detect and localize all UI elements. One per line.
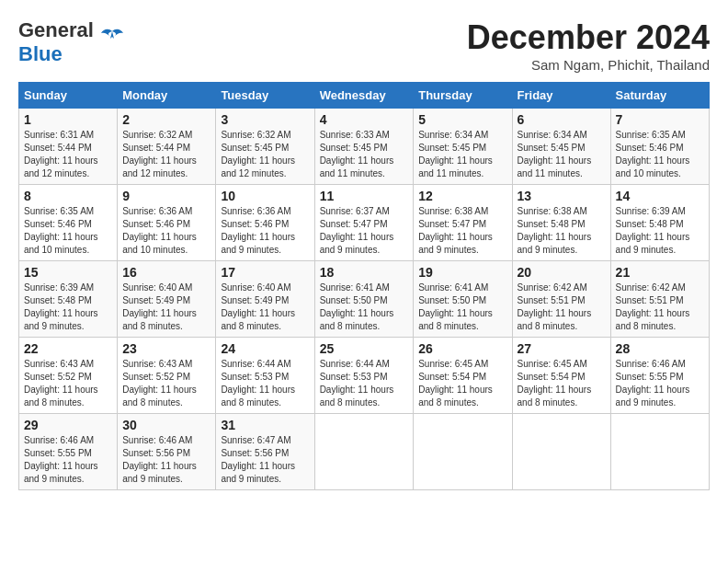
calendar-cell: 14Sunrise: 6:39 AM Sunset: 5:48 PM Dayli… bbox=[610, 185, 709, 261]
calendar-cell: 18Sunrise: 6:41 AM Sunset: 5:50 PM Dayli… bbox=[314, 261, 414, 338]
calendar-cell: 31Sunrise: 6:47 AM Sunset: 5:56 PM Dayli… bbox=[216, 414, 314, 490]
day-number: 11 bbox=[320, 189, 409, 203]
calendar-cell: 25Sunrise: 6:44 AM Sunset: 5:53 PM Dayli… bbox=[314, 338, 414, 414]
days-of-week-header: SundayMondayTuesdayWednesdayThursdayFrid… bbox=[19, 83, 710, 109]
calendar-cell: 19Sunrise: 6:41 AM Sunset: 5:50 PM Dayli… bbox=[414, 261, 512, 338]
day-number: 3 bbox=[221, 112, 309, 127]
day-number: 23 bbox=[122, 341, 210, 356]
calendar-cell: 12Sunrise: 6:38 AM Sunset: 5:47 PM Dayli… bbox=[414, 185, 512, 261]
month-title: December 2024 bbox=[467, 18, 710, 57]
day-info: Sunrise: 6:37 AM Sunset: 5:47 PM Dayligh… bbox=[320, 205, 409, 257]
calendar-table: SundayMondayTuesdayWednesdayThursdayFrid… bbox=[18, 82, 710, 490]
calendar-cell: 27Sunrise: 6:45 AM Sunset: 5:54 PM Dayli… bbox=[512, 338, 610, 414]
day-number: 1 bbox=[24, 112, 112, 127]
day-info: Sunrise: 6:44 AM Sunset: 5:53 PM Dayligh… bbox=[320, 358, 409, 409]
day-info: Sunrise: 6:46 AM Sunset: 5:56 PM Dayligh… bbox=[122, 434, 210, 486]
day-info: Sunrise: 6:42 AM Sunset: 5:51 PM Dayligh… bbox=[518, 282, 606, 333]
day-number: 4 bbox=[320, 112, 409, 127]
day-number: 13 bbox=[518, 189, 606, 203]
calendar-cell: 16Sunrise: 6:40 AM Sunset: 5:49 PM Dayli… bbox=[118, 261, 216, 338]
day-number: 2 bbox=[122, 112, 210, 127]
day-info: Sunrise: 6:32 AM Sunset: 5:44 PM Dayligh… bbox=[122, 129, 210, 180]
calendar-cell: 3Sunrise: 6:32 AM Sunset: 5:45 PM Daylig… bbox=[216, 109, 314, 185]
day-info: Sunrise: 6:40 AM Sunset: 5:49 PM Dayligh… bbox=[122, 282, 210, 333]
day-number: 9 bbox=[122, 189, 210, 203]
calendar-cell: 6Sunrise: 6:34 AM Sunset: 5:45 PM Daylig… bbox=[512, 109, 610, 185]
day-number: 29 bbox=[24, 418, 112, 432]
day-info: Sunrise: 6:44 AM Sunset: 5:53 PM Dayligh… bbox=[221, 358, 309, 409]
calendar-body: 1Sunrise: 6:31 AM Sunset: 5:44 PM Daylig… bbox=[19, 109, 710, 490]
day-number: 12 bbox=[418, 189, 506, 203]
day-info: Sunrise: 6:42 AM Sunset: 5:51 PM Dayligh… bbox=[616, 282, 704, 333]
calendar-week-4: 22Sunrise: 6:43 AM Sunset: 5:52 PM Dayli… bbox=[19, 338, 710, 414]
day-info: Sunrise: 6:33 AM Sunset: 5:45 PM Dayligh… bbox=[320, 129, 409, 180]
logo: General Blue bbox=[18, 18, 125, 66]
title-section: December 2024 Sam Ngam, Phichit, Thailan… bbox=[467, 18, 710, 73]
day-number: 28 bbox=[616, 341, 704, 356]
calendar-cell: 7Sunrise: 6:35 AM Sunset: 5:46 PM Daylig… bbox=[610, 109, 709, 185]
calendar-cell: 10Sunrise: 6:36 AM Sunset: 5:46 PM Dayli… bbox=[216, 185, 314, 261]
calendar-cell: 22Sunrise: 6:43 AM Sunset: 5:52 PM Dayli… bbox=[19, 338, 118, 414]
day-info: Sunrise: 6:45 AM Sunset: 5:54 PM Dayligh… bbox=[418, 358, 506, 409]
calendar-cell: 28Sunrise: 6:46 AM Sunset: 5:55 PM Dayli… bbox=[610, 338, 709, 414]
calendar-cell: 23Sunrise: 6:43 AM Sunset: 5:52 PM Dayli… bbox=[118, 338, 216, 414]
calendar-cell: 13Sunrise: 6:38 AM Sunset: 5:48 PM Dayli… bbox=[512, 185, 610, 261]
day-info: Sunrise: 6:43 AM Sunset: 5:52 PM Dayligh… bbox=[122, 358, 210, 409]
day-info: Sunrise: 6:36 AM Sunset: 5:46 PM Dayligh… bbox=[221, 205, 309, 257]
calendar-cell bbox=[512, 414, 610, 490]
calendar-cell: 26Sunrise: 6:45 AM Sunset: 5:54 PM Dayli… bbox=[414, 338, 512, 414]
day-header-wednesday: Wednesday bbox=[314, 83, 414, 109]
day-info: Sunrise: 6:46 AM Sunset: 5:55 PM Dayligh… bbox=[24, 434, 112, 486]
day-number: 24 bbox=[221, 341, 309, 356]
day-number: 8 bbox=[24, 189, 112, 203]
calendar-cell: 17Sunrise: 6:40 AM Sunset: 5:49 PM Dayli… bbox=[216, 261, 314, 338]
day-header-sunday: Sunday bbox=[19, 83, 118, 109]
day-header-saturday: Saturday bbox=[610, 83, 709, 109]
day-info: Sunrise: 6:31 AM Sunset: 5:44 PM Dayligh… bbox=[24, 129, 112, 180]
calendar-cell bbox=[610, 414, 709, 490]
calendar-cell: 24Sunrise: 6:44 AM Sunset: 5:53 PM Dayli… bbox=[216, 338, 314, 414]
day-info: Sunrise: 6:39 AM Sunset: 5:48 PM Dayligh… bbox=[616, 205, 704, 257]
day-header-monday: Monday bbox=[118, 83, 216, 109]
calendar-week-5: 29Sunrise: 6:46 AM Sunset: 5:55 PM Dayli… bbox=[19, 414, 710, 490]
day-number: 22 bbox=[24, 341, 112, 356]
day-number: 15 bbox=[24, 265, 112, 280]
day-number: 7 bbox=[616, 112, 704, 127]
day-info: Sunrise: 6:43 AM Sunset: 5:52 PM Dayligh… bbox=[24, 358, 112, 409]
calendar-cell: 15Sunrise: 6:39 AM Sunset: 5:48 PM Dayli… bbox=[19, 261, 118, 338]
day-header-tuesday: Tuesday bbox=[216, 83, 314, 109]
logo-text: General Blue bbox=[18, 18, 94, 66]
calendar-cell: 5Sunrise: 6:34 AM Sunset: 5:45 PM Daylig… bbox=[414, 109, 512, 185]
day-number: 16 bbox=[122, 265, 210, 280]
day-info: Sunrise: 6:32 AM Sunset: 5:45 PM Dayligh… bbox=[221, 129, 309, 180]
calendar-week-1: 1Sunrise: 6:31 AM Sunset: 5:44 PM Daylig… bbox=[19, 109, 710, 185]
day-number: 6 bbox=[518, 112, 606, 127]
day-info: Sunrise: 6:41 AM Sunset: 5:50 PM Dayligh… bbox=[418, 282, 506, 333]
day-number: 18 bbox=[320, 265, 409, 280]
day-info: Sunrise: 6:38 AM Sunset: 5:48 PM Dayligh… bbox=[518, 205, 606, 257]
calendar-week-3: 15Sunrise: 6:39 AM Sunset: 5:48 PM Dayli… bbox=[19, 261, 710, 338]
calendar-cell: 29Sunrise: 6:46 AM Sunset: 5:55 PM Dayli… bbox=[19, 414, 118, 490]
day-info: Sunrise: 6:40 AM Sunset: 5:49 PM Dayligh… bbox=[221, 282, 309, 333]
logo-bird-icon bbox=[99, 26, 125, 52]
calendar-cell bbox=[314, 414, 414, 490]
calendar-cell: 9Sunrise: 6:36 AM Sunset: 5:46 PM Daylig… bbox=[118, 185, 216, 261]
calendar-week-2: 8Sunrise: 6:35 AM Sunset: 5:46 PM Daylig… bbox=[19, 185, 710, 261]
day-info: Sunrise: 6:34 AM Sunset: 5:45 PM Dayligh… bbox=[418, 129, 506, 180]
day-number: 27 bbox=[518, 341, 606, 356]
day-info: Sunrise: 6:46 AM Sunset: 5:55 PM Dayligh… bbox=[616, 358, 704, 409]
day-number: 21 bbox=[616, 265, 704, 280]
day-number: 31 bbox=[221, 418, 309, 432]
day-info: Sunrise: 6:39 AM Sunset: 5:48 PM Dayligh… bbox=[24, 282, 112, 333]
day-info: Sunrise: 6:35 AM Sunset: 5:46 PM Dayligh… bbox=[616, 129, 704, 180]
day-header-friday: Friday bbox=[512, 83, 610, 109]
day-info: Sunrise: 6:36 AM Sunset: 5:46 PM Dayligh… bbox=[122, 205, 210, 257]
calendar-cell: 21Sunrise: 6:42 AM Sunset: 5:51 PM Dayli… bbox=[610, 261, 709, 338]
day-info: Sunrise: 6:35 AM Sunset: 5:46 PM Dayligh… bbox=[24, 205, 112, 257]
calendar-cell bbox=[414, 414, 512, 490]
day-info: Sunrise: 6:45 AM Sunset: 5:54 PM Dayligh… bbox=[518, 358, 606, 409]
page-header: General Blue December 2024 Sam Ngam, Phi… bbox=[18, 18, 710, 73]
day-number: 14 bbox=[616, 189, 704, 203]
day-info: Sunrise: 6:47 AM Sunset: 5:56 PM Dayligh… bbox=[221, 434, 309, 486]
calendar-cell: 8Sunrise: 6:35 AM Sunset: 5:46 PM Daylig… bbox=[19, 185, 118, 261]
